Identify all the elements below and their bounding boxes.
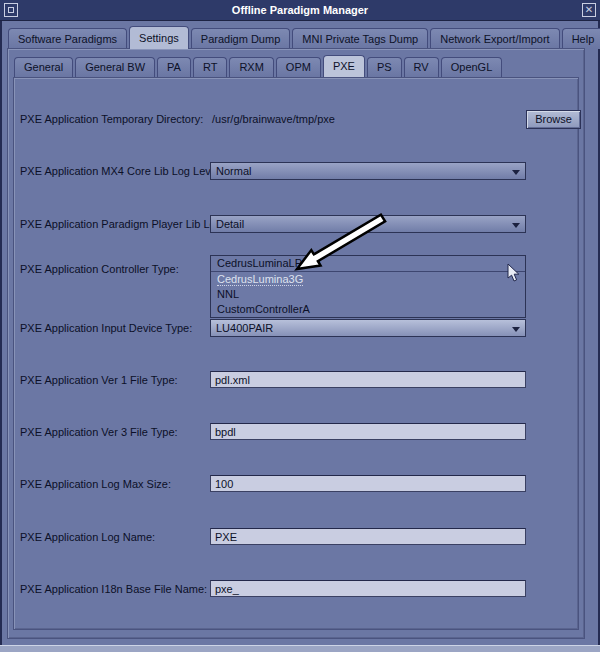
log-name-label: PXE Application Log Name: — [20, 531, 155, 544]
log-name-input[interactable] — [210, 528, 526, 545]
tab-pa[interactable]: PA — [157, 57, 191, 77]
close-icon[interactable]: ✕ — [582, 3, 596, 17]
browse-button[interactable]: Browse — [526, 110, 581, 129]
tab-help[interactable]: Help — [562, 28, 600, 49]
tab-general-bw[interactable]: General BW — [75, 57, 155, 77]
log-max-size-label: PXE Application Log Max Size: — [20, 478, 171, 491]
chevron-down-icon — [512, 223, 520, 228]
player-log-level-combobox[interactable]: Detail — [210, 215, 526, 233]
list-item[interactable]: CedrusLuminaLP400 — [211, 256, 525, 272]
tab-network-export-import[interactable]: Network Export/Import — [430, 28, 559, 49]
list-item-highlighted[interactable]: CedrusLumina3G — [211, 272, 525, 287]
pxe-panel — [13, 77, 579, 630]
restore-box-icon — [8, 7, 14, 13]
controller-type-listbox[interactable]: CedrusLuminaLP400 CedrusLumina3G NNL Cus… — [210, 255, 526, 318]
titlebar[interactable]: Offline Paradigm Manager ✕ — [0, 0, 600, 21]
tab-software-paradigms[interactable]: Software Paradigms — [8, 28, 127, 49]
tab-ps[interactable]: PS — [367, 57, 402, 77]
tab-opengl[interactable]: OpenGL — [441, 57, 503, 77]
player-log-level-value: Detail — [216, 218, 244, 230]
window-border-left — [0, 0, 2, 652]
i18n-base-file-name-label: PXE Application I18n Base File Name: — [20, 583, 207, 596]
mx4-log-level-label: PXE Application MX4 Core Lib Log Level: — [20, 165, 222, 178]
chevron-down-icon — [512, 170, 520, 175]
tab-settings[interactable]: Settings — [129, 26, 189, 49]
tab-pxe[interactable]: PXE — [323, 55, 365, 77]
list-item[interactable]: NNL — [211, 287, 525, 302]
ver3-file-type-label: PXE Application Ver 3 File Type: — [20, 426, 178, 439]
tab-rv[interactable]: RV — [404, 57, 439, 77]
input-device-type-label: PXE Application Input Device Type: — [20, 322, 192, 335]
tab-opm[interactable]: OPM — [276, 57, 321, 77]
temporary-directory-value: /usr/g/brainwave/tmp/pxe — [212, 113, 335, 126]
ver1-file-type-input[interactable] — [210, 371, 526, 388]
window-title: Offline Paradigm Manager — [0, 0, 600, 21]
tab-rt[interactable]: RT — [193, 57, 227, 77]
input-device-type-value: LU400PAIR — [216, 322, 273, 334]
tab-mni-private-tags-dump[interactable]: MNI Private Tags Dump — [292, 28, 428, 49]
tab-general[interactable]: General — [14, 57, 73, 77]
mx4-log-level-combobox[interactable]: Normal — [210, 162, 526, 180]
ver3-file-type-input[interactable] — [210, 423, 526, 440]
temporary-directory-label: PXE Application Temporary Directory: — [20, 113, 203, 126]
log-max-size-input[interactable] — [210, 475, 526, 492]
tab-rxm[interactable]: RXM — [229, 57, 273, 77]
chevron-down-icon — [512, 327, 520, 332]
window-menu-icon[interactable] — [4, 3, 18, 17]
mx4-log-level-value: Normal — [216, 165, 251, 177]
i18n-base-file-name-input[interactable] — [210, 580, 526, 597]
input-device-type-combobox[interactable]: LU400PAIR — [210, 319, 526, 337]
bottom-panel-strip — [0, 645, 600, 652]
list-item[interactable]: CustomControllerA — [211, 302, 525, 317]
tab-paradigm-dump[interactable]: Paradigm Dump — [191, 28, 290, 49]
ver1-file-type-label: PXE Application Ver 1 File Type: — [20, 374, 178, 387]
secondary-tab-bar: General General BW PA RT RXM OPM PXE PS … — [14, 55, 504, 77]
controller-type-label: PXE Application Controller Type: — [20, 263, 179, 276]
primary-tab-bar: Software Paradigms Settings Paradigm Dum… — [8, 26, 600, 49]
